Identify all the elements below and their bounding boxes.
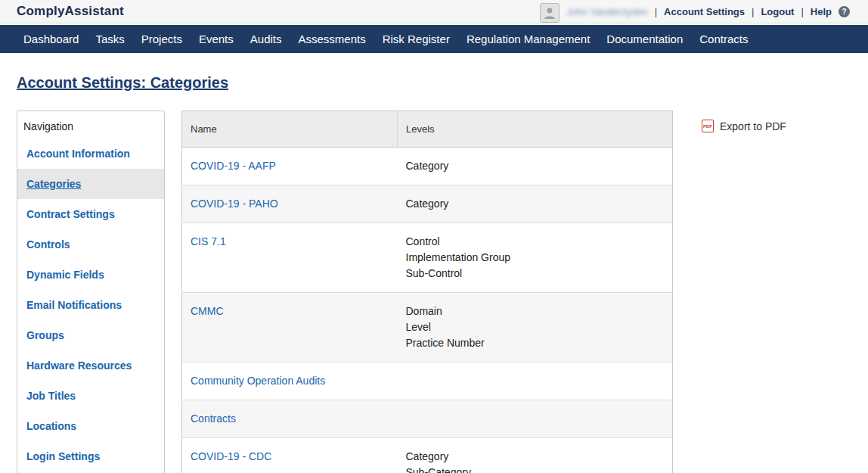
category-link[interactable]: Contracts <box>191 412 236 425</box>
header-user-area: John Vanderzyden | Account Settings | Lo… <box>540 0 850 23</box>
categories-table: Name Levels COVID-19 - AAFP Category COV… <box>181 110 673 473</box>
nav-item-projects[interactable]: Projects <box>141 33 182 45</box>
table-row: Contracts <box>182 400 673 438</box>
sidebar-item-login-settings[interactable]: Login Settings <box>17 441 164 471</box>
sidebar-item-hardware-resources[interactable]: Hardware Resources <box>17 350 164 381</box>
category-levels-cell <box>398 400 673 438</box>
sidebar-item-locations[interactable]: Locations <box>17 411 164 441</box>
category-levels-cell: Domain Level Practice Number <box>398 293 673 363</box>
sidebar-item-groups[interactable]: Groups <box>17 320 164 350</box>
sidebar-item-email-notifications[interactable]: Email Notifications <box>17 290 164 320</box>
table-row: CIS 7.1 Control Implementation Group Sub… <box>182 223 673 293</box>
category-levels-cell: Category <box>398 185 673 223</box>
category-name-cell: COVID-19 - CDC <box>182 438 398 473</box>
table-row: COVID-19 - PAHO Category <box>182 185 673 223</box>
sidebar-item-dynamic-fields[interactable]: Dynamic Fields <box>17 260 164 290</box>
sidebar-item-controls[interactable]: Controls <box>17 229 164 260</box>
nav-item-contracts[interactable]: Contracts <box>699 33 748 45</box>
sidebar-item-contract-settings[interactable]: Contract Settings <box>17 199 164 229</box>
main-content: Navigation Account Information Categorie… <box>17 110 868 473</box>
category-link[interactable]: COVID-19 - PAHO <box>191 198 278 210</box>
nav-item-dashboard[interactable]: Dashboard <box>23 33 79 45</box>
category-levels-cell <box>398 363 673 400</box>
nav-item-regulation-management[interactable]: Regulation Management <box>467 33 590 45</box>
settings-navigation-panel: Navigation Account Information Categorie… <box>17 110 165 473</box>
header-separator: | <box>752 6 754 17</box>
nav-item-documentation[interactable]: Documentation <box>606 33 683 45</box>
category-levels-cell: Category <box>398 148 673 185</box>
category-link[interactable]: COVID-19 - AAFP <box>191 160 276 172</box>
category-name-cell: Community Operation Audits <box>182 363 398 400</box>
header-separator: | <box>801 6 803 17</box>
table-row: COVID-19 - CDC Category Sub-Category <box>182 438 673 473</box>
logout-link[interactable]: Logout <box>761 6 794 17</box>
navigation-heading: Navigation <box>17 116 164 138</box>
help-question-icon[interactable]: ? <box>839 6 850 17</box>
main-navbar: Dashboard Tasks Projects Events Audits A… <box>0 25 868 53</box>
nav-item-tasks[interactable]: Tasks <box>95 33 124 45</box>
table-row: Community Operation Audits <box>182 363 673 400</box>
account-settings-link[interactable]: Account Settings <box>664 6 745 17</box>
sidebar-item-job-titles[interactable]: Job Titles <box>17 381 164 411</box>
category-name-cell: Contracts <box>182 400 398 438</box>
page-title: Account Settings: Categories <box>17 74 868 92</box>
help-link[interactable]: Help <box>811 6 832 17</box>
nav-item-risk-register[interactable]: Risk Register <box>383 33 450 45</box>
user-name-redacted: John Vanderzyden <box>566 6 647 17</box>
nav-item-assessments[interactable]: Assessments <box>298 33 365 45</box>
column-header-levels: Levels <box>398 111 673 148</box>
categories-table-container: Name Levels COVID-19 - AAFP Category COV… <box>181 110 673 473</box>
column-header-name: Name <box>182 111 398 148</box>
table-row: COVID-19 - AAFP Category <box>182 148 673 185</box>
user-avatar-icon <box>540 3 560 23</box>
category-link[interactable]: COVID-19 - CDC <box>191 450 271 462</box>
export-to-pdf-label: Export to PDF <box>720 120 786 132</box>
category-levels-cell: Category Sub-Category <box>398 438 673 473</box>
export-to-pdf-button[interactable]: PDF Export to PDF <box>702 120 786 132</box>
category-name-cell: COVID-19 - AAFP <box>182 148 398 185</box>
category-name-cell: CIS 7.1 <box>182 223 398 293</box>
table-header-row: Name Levels <box>182 111 673 148</box>
table-row: CMMC Domain Level Practice Number <box>182 293 673 363</box>
nav-item-events[interactable]: Events <box>199 33 234 45</box>
header-separator: | <box>655 6 657 17</box>
sidebar-item-categories[interactable]: Categories <box>17 169 164 199</box>
category-name-cell: COVID-19 - PAHO <box>182 185 398 223</box>
nav-item-audits[interactable]: Audits <box>250 33 282 45</box>
person-icon <box>542 5 557 20</box>
app-logo: ComplyAssistant <box>17 4 124 19</box>
pdf-icon-label: PDF <box>703 124 712 129</box>
category-link[interactable]: Community Operation Audits <box>191 375 325 387</box>
sidebar-item-account-information[interactable]: Account Information <box>17 138 164 169</box>
category-levels-cell: Control Implementation Group Sub-Control <box>398 223 673 293</box>
category-link[interactable]: CIS 7.1 <box>191 235 226 247</box>
top-header: ComplyAssistant John Vanderzyden | Accou… <box>0 0 868 23</box>
pdf-file-icon: PDF <box>702 120 714 132</box>
category-link[interactable]: CMMC <box>191 305 224 317</box>
category-name-cell: CMMC <box>182 293 398 363</box>
